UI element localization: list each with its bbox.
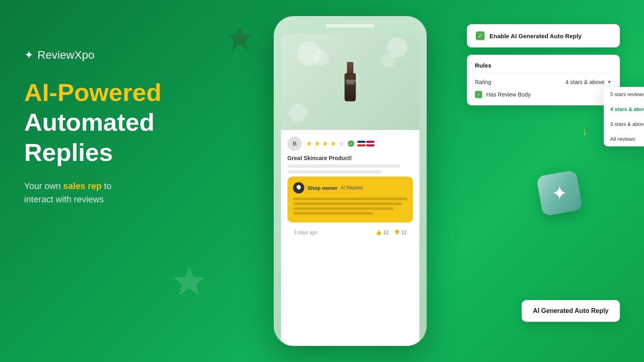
logo: ✦ ReviewXpo (24, 48, 250, 62)
review-date: 3 days ago (294, 230, 318, 235)
dropdown-item-4stars[interactable]: 4 stars & above (604, 102, 644, 117)
svg-marker-0 (227, 26, 253, 50)
review-title: Great Skincare Product! (287, 155, 413, 161)
flag-1 (357, 141, 365, 146)
stars-row: ★ ★ ★ ★ ★ ✓ (306, 139, 374, 148)
svg-marker-1 (174, 267, 204, 294)
phone-mockup: BRIGHTENING SERUM B ★ ★ ★ ★ ★ ✓ (274, 16, 427, 346)
star-5: ★ (338, 139, 345, 148)
arrow-down-icon: ↓ (582, 125, 588, 138)
rating-dropdown-menu: 5 stars reviews 4 stars & above 3 stars … (604, 87, 644, 146)
rating-label: Rating (475, 79, 491, 85)
reviewer-row: B ★ ★ ★ ★ ★ ✓ (287, 136, 413, 151)
bottle-body: BRIGHTENING SERUM (345, 73, 356, 101)
bottle-label: BRIGHTENING SERUM (345, 79, 355, 85)
review-line-1 (287, 165, 400, 168)
verified-icon: ✓ (348, 140, 354, 147)
dropdown-item-5stars[interactable]: 5 stars reviews (604, 87, 644, 102)
vote-dislikes[interactable]: 👎 12 (394, 230, 407, 235)
openai-symbol: ✦ (551, 182, 568, 204)
rules-card: Rules Rating 4 stars & above ▼ ✓ Has Rev… (467, 55, 620, 105)
reply-line-3 (293, 207, 394, 210)
subtext-prefix: Your own (24, 181, 63, 191)
thumbs-down-icon: 👎 (394, 230, 400, 235)
enable-ai-label: Enable AI Generated Auto Reply (489, 33, 582, 39)
review-line-2 (287, 170, 382, 173)
hero-subtext: Your own sales rep tointeract with revie… (24, 179, 250, 206)
reply-header: Shop owner AI Replied (293, 182, 407, 193)
star-4: ★ (330, 139, 336, 148)
bottle-cap (347, 62, 353, 74)
right-panel: ✓ Enable AI Generated Auto Reply Rules R… (467, 24, 620, 105)
star-1: ★ (306, 139, 312, 148)
review-area: B ★ ★ ★ ★ ★ ✓ (281, 130, 419, 246)
has-review-label: Has Review Body (486, 91, 531, 98)
reply-section: Shop owner AI Replied (287, 177, 413, 222)
arrow-left-icon: ← (494, 21, 503, 31)
thumbs-up-icon: 👍 (376, 230, 382, 235)
openai-logo: ✦ (539, 173, 580, 213)
logo-name: ReviewXpo (37, 49, 95, 62)
dropdown-item-3stars[interactable]: 3 stars & above (604, 117, 644, 132)
vote-likes[interactable]: 👍 12 (376, 230, 388, 235)
stars-and-badges: ★ ★ ★ ★ ★ ✓ (306, 139, 374, 148)
review-votes: 👍 12 👎 12 (376, 230, 407, 235)
phone-content: BRIGHTENING SERUM B ★ ★ ★ ★ ★ ✓ (281, 33, 419, 346)
openai-gem-shape: ✦ (536, 170, 583, 216)
serum-bottle: BRIGHTENING SERUM (345, 62, 356, 101)
product-image: BRIGHTENING SERUM (281, 33, 419, 130)
headline-white: Automated Replies (24, 107, 250, 167)
enable-ai-checkbox[interactable]: ✓ (476, 31, 485, 40)
dropdown-arrow-icon: ▼ (607, 79, 612, 85)
reply-line-1 (293, 197, 407, 200)
enable-ai-button[interactable]: ✓ Enable AI Generated Auto Reply (467, 24, 620, 47)
reviewer-avatar: B (287, 136, 302, 151)
rating-row: Rating 4 stars & above ▼ (475, 79, 612, 85)
rules-title: Rules (475, 62, 612, 73)
subtext-highlight: sales rep (63, 181, 101, 191)
likes-count: 12 (383, 230, 388, 235)
rating-dropdown[interactable]: 4 stars & above ▼ (566, 79, 612, 85)
logo-icon: ✦ (24, 48, 33, 62)
phone-frame: BRIGHTENING SERUM B ★ ★ ★ ★ ★ ✓ (274, 16, 427, 346)
flag-2 (366, 141, 374, 146)
review-footer: 3 days ago 👍 12 👎 12 (287, 226, 413, 239)
rating-value: 4 stars & above (566, 79, 605, 85)
has-review-row: ✓ Has Review Body (475, 91, 612, 98)
hero-section: ✦ ReviewXpo AI-Powered Automated Replies… (24, 48, 250, 206)
phone-notch (326, 24, 374, 27)
reply-line-4 (293, 212, 373, 215)
dislikes-count: 12 (401, 230, 407, 235)
headline-gold: AI-Powered (24, 78, 250, 107)
dropdown-item-all[interactable]: All reviews (604, 132, 644, 146)
reply-line-2 (293, 202, 402, 205)
flag-icons (357, 141, 374, 146)
ai-generated-reply-label: AI Generated Auto Reply (533, 307, 609, 314)
star-3: ★ (322, 139, 328, 148)
reply-avatar (293, 182, 304, 193)
star-2: ★ (314, 139, 320, 148)
hero-headline: AI-Powered Automated Replies (24, 78, 250, 167)
reply-author: Shop owner (308, 185, 337, 191)
decorative-star-bottom (173, 265, 205, 298)
ai-generated-reply-box: AI Generated Auto Reply (522, 300, 620, 322)
ai-replied-badge: AI Replied (341, 185, 363, 191)
has-review-checkbox[interactable]: ✓ (475, 91, 482, 98)
